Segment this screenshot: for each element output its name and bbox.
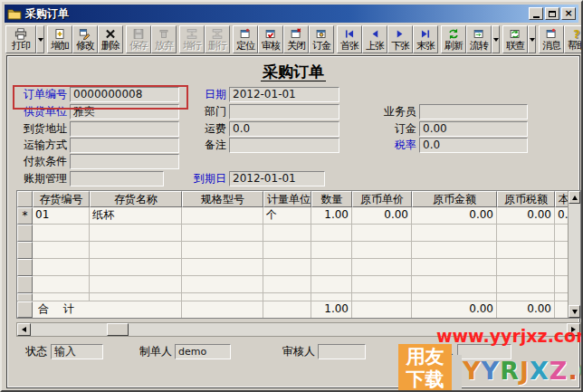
flow-dropdown-button[interactable] [492,25,500,53]
salesperson-label: 业务员 [366,105,416,119]
cell-unit[interactable]: 个 [263,207,311,225]
close-button[interactable]: × [561,7,576,20]
watermark-site-text: YYRJXZ.COM [463,357,583,385]
freight-field[interactable]: 0.0 [229,121,339,137]
message-icon [545,28,558,40]
cell-price[interactable]: 0.00 [352,207,412,225]
scroll-up-icon [572,196,578,200]
remark-label: 备注 [185,139,226,152]
titlebar: 采购订单 × [5,5,578,23]
toolbar-button-add[interactable]: 增加 [47,25,72,53]
maximize-button[interactable] [545,7,559,20]
total-qty: 1.00 [311,301,352,318]
watermark-letter: Z [550,357,569,385]
watermark-url: www.yyrjxz.com [436,326,583,346]
transport-field[interactable] [70,138,179,153]
table-row[interactable] [17,276,580,293]
watermark-letter: C [578,357,583,385]
folder-icon [7,7,22,20]
grid-header-spec[interactable]: 规格型号 [182,191,263,207]
discard-icon [158,28,170,40]
grid-header-qty[interactable]: 数量 [311,191,352,207]
table-row[interactable] [17,259,580,276]
watermark-badge-line2: 下载 [398,368,452,391]
toolbar-button-close-doc[interactable]: 关闭 [283,25,309,53]
toolbar-button-discard[interactable]: 放弃 [151,25,177,53]
scroll-down-button[interactable] [569,305,580,318]
toolbar-button-modify[interactable]: 修改 [72,25,98,53]
toolbar-button-delete[interactable]: 删除 [98,25,123,53]
auditor-field [318,344,366,359]
grid-header-price[interactable]: 原币单价 [352,191,412,207]
order-no-highlight [13,85,188,110]
cell-amount[interactable]: 0.00 [412,207,497,225]
toolbar-button-prev[interactable]: 上张 [362,25,387,53]
scroll-down-icon [572,310,578,314]
chevron-down-icon [493,38,499,42]
vertical-scrollbar[interactable] [568,191,580,318]
minimize-button[interactable] [529,7,543,20]
first-icon [343,28,356,40]
credit-period-field[interactable] [70,171,164,186]
toolbar-button-refresh[interactable]: 刷新 [441,25,466,53]
cell-spec[interactable] [182,207,263,225]
print-dropdown-button[interactable] [36,25,44,53]
scrollbar-thumb[interactable] [107,323,129,336]
grid-header-unit[interactable]: 计量单位 [263,191,311,207]
toolbar-button-flow[interactable]: 流转 [466,25,492,53]
scroll-up-button[interactable] [569,191,580,204]
cell-inv-name[interactable]: 纸杯 [90,207,182,225]
cell-tax[interactable]: 0.00 [497,207,555,225]
link-query-icon [509,28,521,40]
table-row[interactable]: * 01 纸杯 个 1.00 0.00 0.00 0.00 0.00 [17,207,580,225]
tax-rate-field[interactable]: 0.0 [419,138,528,153]
grid-header-inv-name[interactable]: 存货名称 [90,191,182,207]
detail-grid: 存货编号 存货名称 规格型号 计量单位 数量 原币单价 原币金额 原币税额 本币… [16,190,581,319]
scroll-left-icon [22,327,26,332]
link-query-dropdown-button[interactable] [528,25,536,53]
freight-label: 运费 [185,122,226,136]
due-date-field[interactable]: 2012-01-01 [229,171,325,186]
transport-label: 运输方式 [14,139,67,152]
cell-qty[interactable]: 1.00 [311,207,352,225]
refresh-icon [447,28,460,40]
toolbar-button-insert-row[interactable]: 增行 [179,25,205,53]
toolbar-button-link-query[interactable]: 联查 [502,25,528,53]
toolbar-button-message[interactable]: 消息 [539,25,564,53]
date-field[interactable]: 2012-01-01 [229,87,339,102]
due-date-label: 到期日 [185,172,226,186]
toolbar-button-help[interactable]: ? 帮助 [564,25,583,53]
toolbar-button-last[interactable]: 末张 [413,25,438,53]
grid-header-tax[interactable]: 原币税额 [497,191,555,207]
department-field[interactable] [229,104,339,120]
tax-rate-label: 税率 [366,139,416,152]
grid-header-amount[interactable]: 原币金额 [412,191,497,207]
grid-header-row: 存货编号 存货名称 规格型号 计量单位 数量 原币单价 原币金额 原币税额 本币… [17,191,580,207]
page-title: 采购订单 [7,62,579,82]
toolbar-button-save[interactable]: 保存 [126,25,151,53]
salesperson-field[interactable] [419,104,528,120]
remark-field[interactable] [229,138,339,153]
total-label: 合 计 [33,301,182,318]
creator-label: 制单人 [132,345,172,359]
payment-terms-field[interactable] [70,154,179,169]
auditor-label: 审核人 [275,345,315,359]
toolbar-button-delete-row[interactable]: 删行 [205,25,230,53]
cell-inv-code[interactable]: 01 [33,207,90,225]
toolbar-button-next[interactable]: 下张 [387,25,413,53]
toolbar-button-locate[interactable]: 定位 [233,25,258,53]
creator-field: demo [175,344,231,359]
delete-icon [104,28,117,40]
payment-terms-label: 付款条件 [14,155,67,168]
date-label: 日期 [185,88,226,101]
toolbar-button-audit[interactable]: 审核 [258,25,283,53]
toolbar-button-print[interactable]: 打印 [5,25,36,53]
toolbar-button-deposit[interactable]: 订金 [309,25,334,53]
table-row[interactable] [17,225,580,242]
table-row[interactable] [17,242,580,259]
toolbar-button-first[interactable]: 首张 [337,25,362,53]
scroll-left-button[interactable] [17,323,31,336]
grid-header-inv-code[interactable]: 存货编号 [33,191,90,207]
deposit-field[interactable]: 0.00 [419,121,528,137]
address-field[interactable] [70,121,179,137]
